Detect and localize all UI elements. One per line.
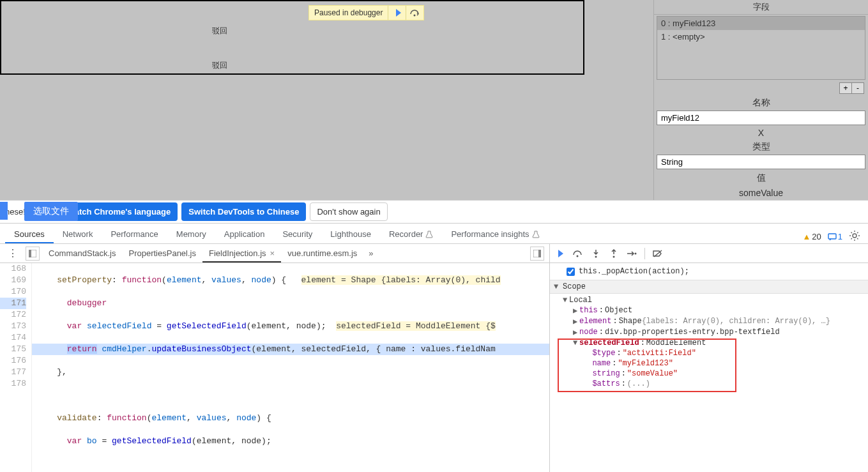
svg-point-8 <box>595 255 597 257</box>
remove-field-button[interactable]: - <box>851 82 864 94</box>
scope-local[interactable]: ▼Local <box>550 295 868 305</box>
var-node[interactable]: ▶node: div.bpp-properties-entry.bpp-text… <box>550 327 868 338</box>
code-editor[interactable]: 168169170171172173174175176177178 setPro… <box>0 263 549 472</box>
tab-application[interactable]: Application <box>215 225 274 243</box>
annotation-box <box>558 339 736 392</box>
deactivate-breakpoints-icon[interactable] <box>653 248 663 259</box>
svg-rect-4 <box>29 250 31 257</box>
value-value: someValue <box>654 186 868 200</box>
sources-panel: ⋮ CommandStack.js PropertiesPanel.js Fie… <box>0 244 868 472</box>
devtools-main-tabs: Sources Network Performance Memory Appli… <box>0 224 868 244</box>
debugger-pane: this._popAction(action); ▼Scope ▼Local ▶… <box>550 244 868 472</box>
lane-label-1: 驳回 <box>212 26 227 36</box>
svg-point-9 <box>613 255 615 257</box>
fields-header: 字段 <box>654 0 868 15</box>
tab-memory[interactable]: Memory <box>167 225 215 243</box>
tab-performance-insights[interactable]: Performance insights <box>442 225 548 243</box>
clear-x[interactable]: X <box>654 126 868 139</box>
tab-recorder[interactable]: Recorder <box>380 225 442 243</box>
lane-label-2: 驳回 <box>212 60 227 71</box>
scope-section-header[interactable]: ▼Scope <box>550 280 868 294</box>
step-over-icon[interactable] <box>406 6 423 20</box>
value-label: 值 <box>654 171 868 186</box>
add-field-button[interactable]: + <box>839 82 852 94</box>
svg-point-2 <box>853 234 857 238</box>
resume-icon[interactable] <box>388 6 406 20</box>
file-tab-commandstack[interactable]: CommandStack.js <box>42 245 122 261</box>
type-label: 类型 <box>654 139 868 155</box>
diagram-box: 驳回 驳回 <box>0 0 584 75</box>
step-out-icon[interactable] <box>609 248 619 259</box>
step-into-icon[interactable] <box>591 248 601 259</box>
choose-file-button[interactable]: 选取文件 <box>24 202 78 221</box>
breakpoint-item[interactable]: this._popAction(action); <box>550 263 868 280</box>
code-content[interactable]: setProperty: function(element, values, n… <box>32 263 549 472</box>
properties-panel: 字段 0 : myField123 1 : <empty> +- 名称 X 类型… <box>653 0 868 200</box>
switch-language-button[interactable]: Switch DevTools to Chinese <box>181 202 306 221</box>
file-tab-vue-runtime[interactable]: vue.runtime.esm.js <box>281 245 363 261</box>
step-icon[interactable] <box>627 248 637 259</box>
close-tab-icon[interactable]: × <box>270 248 275 258</box>
paused-banner: Paused in debugger <box>308 5 424 20</box>
devtools: nese! Always match Chrome's language Swi… <box>0 200 868 472</box>
editor-pane: ⋮ CommandStack.js PropertiesPanel.js Fie… <box>0 244 550 472</box>
resume-icon[interactable] <box>555 248 565 259</box>
tab-network[interactable]: Network <box>54 225 102 243</box>
name-label: 名称 <box>654 95 868 110</box>
paused-text: Paused in debugger <box>309 8 388 17</box>
language-infobar: nese! Always match Chrome's language Swi… <box>0 201 868 224</box>
name-input[interactable] <box>657 110 865 125</box>
tab-performance[interactable]: Performance <box>102 225 167 243</box>
more-files-icon[interactable]: ⋮ <box>3 247 23 259</box>
svg-point-10 <box>635 252 637 254</box>
var-element[interactable]: ▶element: Shape {labels: Array(0), child… <box>550 316 868 327</box>
overflow-tabs-icon[interactable]: » <box>363 248 378 258</box>
infobar-pretext: nese! <box>5 207 26 217</box>
field-row-0[interactable]: 0 : myField123 <box>657 17 865 30</box>
svg-rect-6 <box>538 250 541 257</box>
field-row-1[interactable]: 1 : <empty> <box>657 30 865 43</box>
file-tab-propertiespanel[interactable]: PropertiesPanel.js <box>122 245 202 261</box>
line-gutter: 168169170171172173174175176177178 <box>0 263 32 472</box>
warnings-badge[interactable]: ▲20 <box>802 232 821 241</box>
step-over-icon[interactable] <box>573 248 583 259</box>
type-input[interactable] <box>657 155 865 169</box>
svg-point-7 <box>577 255 579 257</box>
fields-list[interactable]: 0 : myField123 1 : <empty> <box>657 16 865 80</box>
messages-badge[interactable]: 1 <box>828 232 842 241</box>
tab-sources[interactable]: Sources <box>5 225 54 243</box>
navigator-toggle-icon[interactable] <box>26 247 40 261</box>
left-button-fragment <box>0 202 8 220</box>
var-this[interactable]: ▶this: Object <box>550 305 868 316</box>
svg-point-0 <box>413 15 415 17</box>
settings-icon[interactable] <box>849 230 860 243</box>
tab-security[interactable]: Security <box>273 225 321 243</box>
tab-lighthouse[interactable]: Lighthouse <box>321 225 380 243</box>
breakpoint-checkbox[interactable] <box>567 268 575 276</box>
app-canvas: 驳回 驳回 Paused in debugger 选取文件 字段 0 : myF… <box>0 0 868 200</box>
svg-rect-1 <box>828 234 836 239</box>
right-panel-toggle-icon[interactable] <box>530 247 544 261</box>
file-tab-fieldinjection[interactable]: FieldInjection.js× <box>202 244 281 263</box>
file-tab-bar: ⋮ CommandStack.js PropertiesPanel.js Fie… <box>0 244 549 263</box>
dont-show-button[interactable]: Don't show again <box>310 202 387 221</box>
debugger-toolbar <box>550 244 868 263</box>
